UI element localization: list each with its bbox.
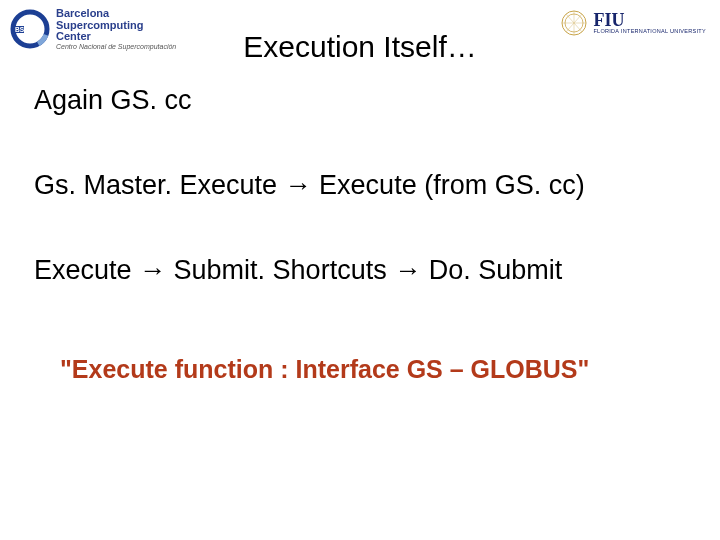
body-line-2: Execute → Submit. Shortcuts → Do. Submit	[34, 255, 562, 286]
callout-text: "Execute function : Interface GS – GLOBU…	[60, 355, 589, 384]
body-line-1: Gs. Master. Execute → Execute (from GS. …	[34, 170, 585, 201]
fiu-logo-name: FIU	[593, 11, 624, 29]
subtitle: Again GS. cc	[34, 85, 192, 116]
slide: BSC BarcelonaSupercomputingCenter Centro…	[0, 0, 720, 540]
slide-title: Execution Itself…	[0, 30, 720, 64]
